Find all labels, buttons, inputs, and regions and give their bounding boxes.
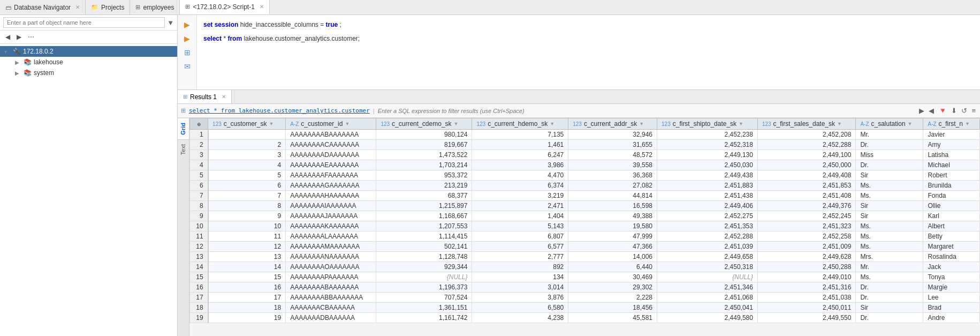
table-cell: 12 [208,242,286,252]
col-header-c_first_sales_date_sk[interactable]: 123 c_first_sales_date_sk ▼ [757,118,855,130]
qba-filter-button[interactable]: 🔻 [937,106,948,116]
qba-export-button[interactable]: ⬇ [950,106,958,116]
run-line-button[interactable]: ▶ [183,33,191,44]
table-cell: 2,450,041 [657,303,758,313]
table-cell: AAAAAAAABAAAAAAA [286,282,376,293]
table-cell: Latisha [923,150,980,160]
col-header-c_first_n[interactable]: A-Z c_first_n ▼ [923,118,980,130]
col-sort-8[interactable]: ▼ [908,121,913,126]
results-tab-1[interactable]: ⊞ Results 1 ✕ [178,90,232,103]
tab-script1-label: <172.18.0.2> Script-1 [193,3,254,11]
table-cell: 2,452,318 [657,140,758,150]
query-filter-input[interactable] [378,108,915,114]
tree-item-connection[interactable]: ▾ 🔌 172.18.0.2 [0,46,177,57]
nav-forward-button[interactable]: ▶ [14,32,24,42]
editor-gutter: ▶ ▶ ⊞ ✉ [178,15,197,89]
col-header-c_current_cdemo_sk[interactable]: 123 c_current_cdemo_sk ▼ [376,118,472,130]
table-cell: Brad [923,303,980,313]
col-header-c_customer_id[interactable]: A-Z c_customer_id ▼ [286,118,376,130]
col-sort-4[interactable]: ▼ [550,121,554,126]
table-cell: 1,703,214 [376,160,472,170]
table-cell: 6 [208,181,286,191]
table-cell: 19,580 [568,221,657,232]
tab-employees[interactable]: ⊞ employees [130,0,180,14]
col-sort-9[interactable]: ▼ [965,121,970,126]
results-tab-icon: ⊞ [183,94,187,100]
query-sql-text[interactable]: select * from lakehouse.customer_analyti… [189,107,370,114]
lakehouse-label: lakehouse [34,58,63,66]
col-header-c_current_addr_sk[interactable]: 123 c_current_addr_sk ▼ [568,118,657,130]
qba-prev-button[interactable]: ◀ [928,106,935,116]
table-cell: 6 [190,181,208,191]
table-row: 1414AAAAAAAAOAAAAAAA929,3448926,4402,450… [190,262,980,272]
table-cell: 68,377 [376,191,472,201]
table-cell: 44,814 [568,191,657,201]
data-grid-wrapper[interactable]: ⊕ 123 c_customer_sk ▼ [189,118,980,336]
table-cell: 2,452,275 [657,211,758,221]
table-cell: 49,388 [568,211,657,221]
table-cell: 213,219 [376,181,472,191]
db-navigator-icon: 🗃 [5,4,11,11]
table-row: 88AAAAAAAAIAAAAAAA1,215,8972,47116,5982,… [190,201,980,211]
col-header-c_salutation[interactable]: A-Z c_salutation ▼ [856,118,923,130]
script-button[interactable]: ✉ [183,61,192,72]
table-cell: 45,581 [568,313,657,323]
tree-item-lakehouse[interactable]: ▶ 📚 lakehouse [13,57,177,68]
tab-db-navigator-close[interactable]: ✕ [75,4,80,10]
table-cell: 2,451,316 [757,282,855,293]
side-tab-grid[interactable]: Grid [178,118,189,139]
col-sort-1[interactable]: ▼ [269,121,274,126]
col-header-c_current_hdemo_sk[interactable]: 123 c_current_hdemo_sk ▼ [472,118,568,130]
tab-db-navigator[interactable]: 🗃 Database Navigator ✕ [0,0,86,14]
col-sort-7[interactable]: ▼ [837,121,842,126]
table-cell: 1,161,742 [376,313,472,323]
run-button[interactable]: ▶ [183,19,191,30]
table-cell: 18 [190,303,208,313]
col-header-c_first_shipto_date_sk[interactable]: 123 c_first_shipto_date_sk ▼ [657,118,758,130]
editor-content[interactable]: set session hide_inaccessible_columns = … [197,15,980,89]
table-cell: Andre [923,313,980,323]
table-row: 44AAAAAAAAEAAAAAAA1,703,2143,98639,5582,… [190,160,980,170]
nav-back-button[interactable]: ◀ [3,32,12,42]
col-sort-2[interactable]: ▼ [345,121,350,126]
filter-button[interactable]: ▼ [167,19,174,27]
table-cell: Miss [856,150,923,160]
results-tab-close[interactable]: ✕ [222,94,226,100]
explain-button[interactable]: ⊞ [183,47,192,58]
table-cell: 819,667 [376,140,472,150]
table-cell: 32,946 [568,130,657,140]
table-cell: 48,572 [568,150,657,160]
table-cell: 1,114,415 [376,232,472,242]
tab-script1[interactable]: ⊞ <172.18.0.2> Script-1 ✕ [180,0,269,14]
col-header-c_customer_sk[interactable]: 123 c_customer_sk ▼ [208,118,286,130]
table-cell: 10 [208,221,286,232]
table-cell: 980,124 [376,130,472,140]
qba-more-button[interactable]: ≡ [970,106,977,116]
table-cell: 2 [190,140,208,150]
col-sort-6[interactable]: ▼ [739,121,743,126]
col-sort-3[interactable]: ▼ [453,121,458,126]
table-cell: 6,247 [472,150,568,160]
nav-settings-button[interactable]: ⋯ [26,32,36,42]
table-cell: 5 [208,170,286,181]
table-cell: 1,207,553 [376,221,472,232]
tab-script1-close[interactable]: ✕ [260,4,264,10]
table-cell: 1 [190,130,208,140]
col-sort-5[interactable]: ▼ [639,121,644,126]
connection-label: 172.18.0.2 [23,48,54,55]
row-num-header: ⊕ [197,122,201,127]
table-cell: 2,777 [472,252,568,262]
tab-projects[interactable]: 📁 Projects [86,0,130,14]
side-tab-text[interactable]: Text [178,139,189,159]
search-input[interactable] [3,17,165,28]
col-type-7: 123 [762,121,771,127]
qba-refresh-button[interactable]: ↺ [960,106,968,116]
table-row: 22AAAAAAAACAAAAAAA819,6671,46131,6552,45… [190,140,980,150]
table-cell: 2,452,258 [757,232,855,242]
qba-next-button[interactable]: ▶ [918,106,925,116]
table-row: 1313AAAAAAAANAAAAAAA1,128,7482,77714,006… [190,252,980,262]
tree-item-system[interactable]: ▶ 📚 system [13,68,177,78]
table-row: 1111AAAAAAAALAAAAAAA1,114,4156,80747,999… [190,232,980,242]
table-cell: 17 [208,293,286,303]
table-cell: Ms. [856,221,923,232]
